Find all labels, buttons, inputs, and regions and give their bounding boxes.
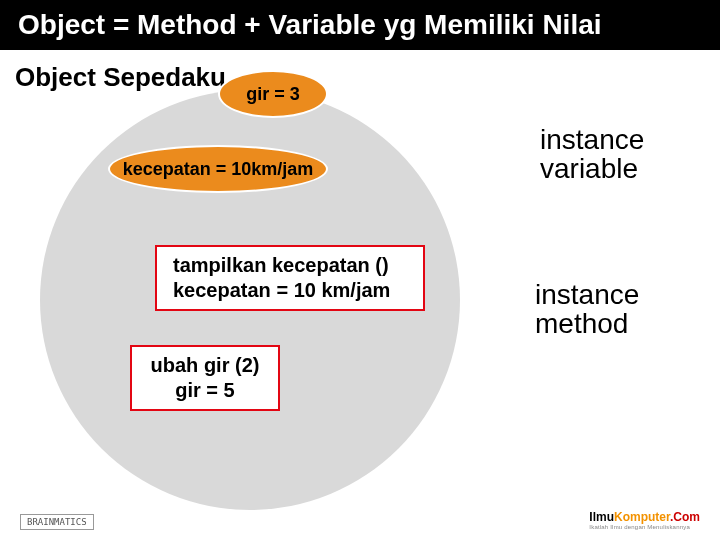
method-tampilkan: tampilkan kecepatan () kecepatan = 10 km… xyxy=(155,245,425,311)
variable-gir: gir = 3 xyxy=(218,70,328,118)
footer-right-logo: IlmuKomputer.Com Ikatlah Ilmu dengan Men… xyxy=(589,510,700,530)
kecepatan-text: kecepatan = 10km/jam xyxy=(123,159,314,180)
label-met-l1: instance xyxy=(535,280,639,309)
tampilkan-line2: kecepatan = 10 km/jam xyxy=(173,278,413,303)
tampilkan-line1: tampilkan kecepatan () xyxy=(173,253,413,278)
logo-komputer: Komputer xyxy=(614,510,670,524)
subtitle: Object Sepedaku xyxy=(15,62,226,93)
label-met-l2: method xyxy=(535,309,639,338)
logo-com: .Com xyxy=(670,510,700,524)
title-bar: Object = Method + Variable yg Memiliki N… xyxy=(0,0,720,50)
gir-text: gir = 3 xyxy=(246,84,300,105)
label-var-l2: variable xyxy=(540,154,644,183)
method-ubah: ubah gir (2) gir = 5 xyxy=(130,345,280,411)
ubah-line1: ubah gir (2) xyxy=(142,353,268,378)
label-instance-method: instance method xyxy=(535,280,639,339)
title-text: Object = Method + Variable yg Memiliki N… xyxy=(18,9,602,41)
logo-ilmu: Ilmu xyxy=(589,510,614,524)
logo-subtitle: Ikatlah Ilmu dengan Menuliskannya xyxy=(589,524,700,530)
variable-kecepatan: kecepatan = 10km/jam xyxy=(108,145,328,193)
footer-left-logo: BRAINMATICS xyxy=(20,514,94,530)
ubah-line2: gir = 5 xyxy=(142,378,268,403)
label-instance-variable: instance variable xyxy=(540,125,644,184)
label-var-l1: instance xyxy=(540,125,644,154)
